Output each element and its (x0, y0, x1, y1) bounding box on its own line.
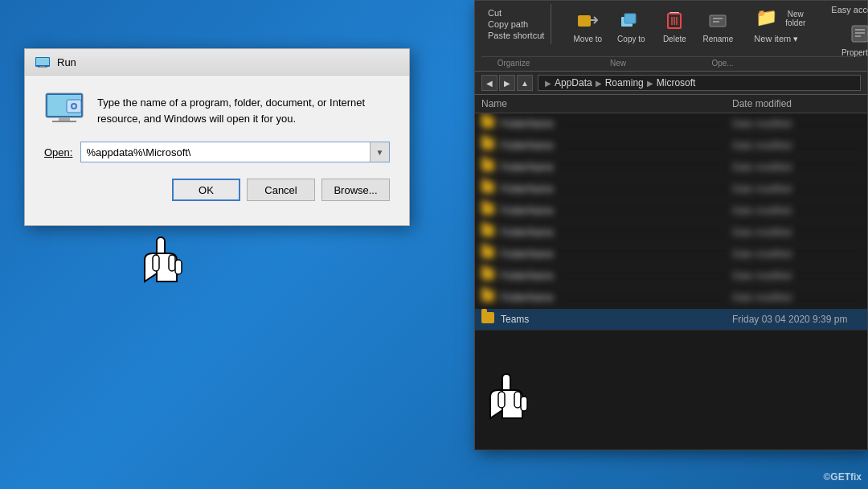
table-row[interactable]: FolderNameDate modified (475, 157, 867, 179)
address-nav: ◀ ▶ ▲ (481, 75, 533, 91)
ribbon-new-folder-btn[interactable]: 📁 New folder (751, 4, 815, 31)
table-row[interactable]: FolderNameDate modified (475, 113, 867, 135)
run-open-value: %appdata%\Microsoft\ (86, 146, 190, 158)
cursor-ok (133, 233, 197, 306)
run-dialog-title: Run (57, 56, 76, 68)
watermark: ©GETfix (823, 471, 862, 483)
file-date: Date modified (732, 270, 861, 281)
ribbon-copy-to-btn[interactable]: Copy to (611, 4, 651, 47)
forward-button[interactable]: ▶ (499, 75, 515, 91)
run-description: Type the name of a program, folder, docu… (97, 95, 390, 126)
ribbon-new-item[interactable]: New item ▾ (751, 33, 815, 45)
path-segment-2: Roaming (605, 77, 644, 88)
copy-to-label: Copy to (617, 35, 645, 43)
table-row[interactable]: TeamsFriday 03 04 2020 9:39 pm (475, 309, 867, 331)
move-to-label: Move to (574, 35, 603, 43)
run-dropdown-arrow[interactable]: ▼ (370, 142, 389, 162)
file-date: Date modified (732, 292, 861, 303)
folder-icon (481, 138, 496, 153)
path-segment-1: AppData (555, 77, 592, 88)
organize-section-label: Organize (481, 59, 546, 68)
path-arrow-1: ▶ (545, 79, 551, 88)
ok-button[interactable]: OK (172, 179, 240, 201)
folder-icon (481, 247, 496, 261)
svg-rect-17 (624, 14, 636, 23)
file-name: FolderName (501, 292, 732, 303)
browse-button[interactable]: Browse... (321, 179, 390, 201)
table-row[interactable]: FolderNameDate modified (475, 179, 867, 200)
ribbon-move-to-btn[interactable]: Move to (567, 4, 608, 47)
address-bar: ◀ ▶ ▲ ▶ AppData ▶ Roaming ▶ Microsoft (475, 72, 867, 95)
table-row[interactable]: FolderNameDate modified (475, 135, 867, 157)
file-list-header: Name Date modified (475, 95, 867, 113)
ribbon-cut[interactable]: Cut (485, 7, 547, 18)
table-row[interactable]: FolderNameDate modified (475, 222, 867, 244)
table-row[interactable]: FolderNameDate modified (475, 200, 867, 222)
svg-rect-15 (578, 15, 591, 27)
svg-rect-26 (852, 26, 868, 42)
path-arrow-3: ▶ (647, 79, 653, 88)
file-rows: FolderNameDate modifiedFolderNameDate mo… (475, 113, 867, 450)
ribbon-easy-access[interactable]: Easy access ▾ (828, 4, 868, 16)
run-icon (35, 55, 51, 68)
file-name: FolderName (501, 183, 732, 195)
svg-rect-14 (175, 260, 182, 274)
run-open-row: Open: %appdata%\Microsoft\ ▼ (44, 142, 390, 162)
desktop: Run Type the name of a program (0, 0, 868, 489)
up-button[interactable]: ▲ (517, 75, 533, 91)
table-row[interactable]: FolderNameDate modified (475, 244, 867, 265)
address-path[interactable]: ▶ AppData ▶ Roaming ▶ Microsoft (538, 75, 861, 91)
file-name: FolderName (501, 249, 732, 260)
ribbon-rename-btn[interactable]: Rename (698, 4, 738, 47)
file-name: FolderName (501, 118, 732, 129)
file-name: FolderName (501, 270, 732, 281)
properties-icon (847, 21, 868, 47)
folder-icon (481, 290, 496, 305)
column-date-modified[interactable]: Date modified (732, 98, 861, 109)
ribbon-copy-path[interactable]: Copy path (485, 18, 547, 30)
copy-to-icon (618, 7, 644, 33)
ribbon: Cut Copy path Paste shortcut Move to (475, 1, 867, 72)
svg-rect-3 (38, 67, 47, 68)
folder-icon (481, 182, 496, 196)
file-date: Date modified (732, 162, 861, 173)
folder-icon (481, 117, 496, 131)
delete-label: Delete (663, 35, 686, 43)
svg-rect-12 (153, 255, 159, 271)
file-name: FolderName (501, 162, 732, 173)
folder-icon (481, 225, 496, 240)
file-date: Date modified (732, 249, 861, 260)
run-buttons-row: OK Cancel Browse... (44, 179, 390, 209)
column-name[interactable]: Name (481, 98, 732, 109)
run-computer-icon (44, 92, 84, 127)
new-folder-label: New folder (780, 10, 810, 27)
folder-icon (481, 203, 496, 218)
new-section-label: New (546, 59, 690, 68)
table-row[interactable]: FolderNameDate modified (475, 287, 867, 309)
file-date: Date modified (732, 205, 861, 216)
ribbon-properties-btn[interactable]: Properties (828, 18, 868, 60)
table-row[interactable]: FolderNameDate modified (475, 265, 867, 287)
file-date: Friday 03 04 2020 9:39 pm (732, 314, 861, 325)
ribbon-paste-shortcut[interactable]: Paste shortcut (485, 30, 547, 41)
folder-icon (481, 312, 496, 327)
run-dialog: Run Type the name of a program (24, 48, 410, 226)
file-name: FolderName (501, 205, 732, 216)
back-button[interactable]: ◀ (481, 75, 497, 91)
file-date: Date modified (732, 118, 861, 129)
run-open-input-container[interactable]: %appdata%\Microsoft\ ▼ (80, 142, 390, 162)
new-folder-icon: 📁 (755, 7, 777, 28)
cancel-button[interactable]: Cancel (247, 179, 315, 201)
file-date: Date modified (732, 140, 861, 151)
svg-rect-7 (52, 121, 76, 122)
svg-rect-11 (157, 237, 165, 261)
folder-icon (481, 160, 496, 175)
ribbon-left-section: Cut Copy path Paste shortcut (481, 4, 551, 44)
run-dialog-titlebar: Run (25, 49, 409, 76)
run-content-row: Type the name of a program, folder, docu… (44, 92, 390, 127)
path-segment-3: Microsoft (657, 77, 696, 88)
ribbon-delete-btn[interactable]: Delete (654, 4, 694, 47)
move-to-icon (575, 7, 600, 33)
delete-icon (661, 7, 687, 33)
open-section-label: Ope... (690, 59, 755, 68)
